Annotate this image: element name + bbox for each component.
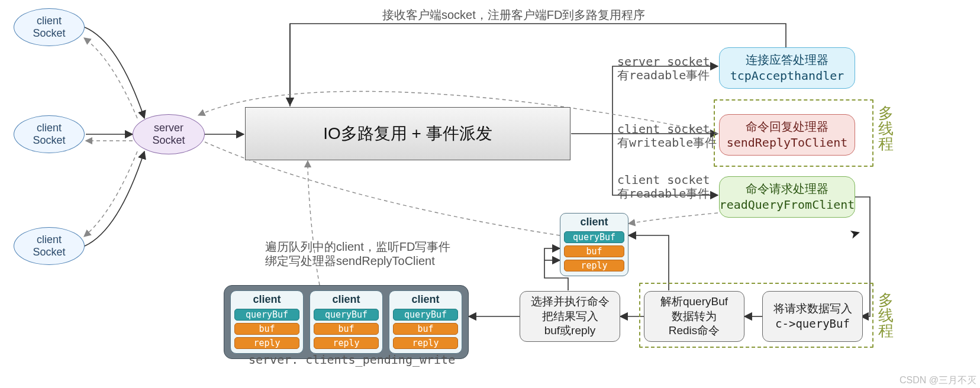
- step-parse-l3: Redis命令: [660, 324, 728, 338]
- tray-caption: server. clients_pending_write: [249, 353, 455, 367]
- step-exec-l1: 选择并执行命令: [531, 295, 610, 309]
- client-socket-1: client Socket: [14, 8, 85, 46]
- tray-client-1: client queryBuf buf reply: [230, 290, 304, 354]
- multithread-label-top: 多线程: [878, 105, 894, 151]
- io-multiplex-label: IO多路复用 + 事件派发: [323, 122, 492, 145]
- server-socket-label: server Socket: [152, 122, 185, 146]
- step-write-request-l2: c->queryBuf: [773, 316, 852, 331]
- step-exec-l2: 把结果写入: [531, 309, 610, 324]
- edge-client-writeable-2: 有writeable事件: [617, 135, 717, 151]
- tcp-accept-handler: 连接应答处理器 tcpAccepthandler: [719, 47, 855, 89]
- edge-client-writeable-1: client socket: [617, 122, 710, 136]
- io-multiplex-box: IO多路复用 + 事件派发: [245, 107, 570, 160]
- client-buf-pill: buf: [564, 245, 624, 257]
- client-card-title: client: [564, 216, 624, 228]
- multithread-label-bottom: 多线程: [878, 292, 894, 338]
- client-socket-1-label: client Socket: [33, 15, 65, 39]
- read-query-handler: 命令请求处理器 readQueryFromClient: [719, 176, 855, 218]
- step-write-request-l1: 将请求数据写入: [773, 302, 852, 316]
- client-querybuf-pill: queryBuf: [564, 231, 624, 243]
- step-parse-l2: 数据转为: [660, 309, 728, 324]
- step-parse-l1: 解析queryBuf: [660, 295, 728, 309]
- multithread-region-top: [714, 99, 873, 167]
- edge-server-readable-1: server socket: [617, 54, 710, 69]
- edge-server-readable-2: 有readable事件: [617, 67, 710, 83]
- client-reply-pill: reply: [564, 260, 624, 271]
- server-socket: server Socket: [133, 114, 205, 154]
- watermark: CSDN @三月不灭: [900, 374, 976, 387]
- pending-write-tray: client queryBuf buf reply client queryBu…: [224, 285, 469, 359]
- tray-client-3: client queryBuf buf reply: [389, 290, 462, 354]
- edge-client-readable-1: client socket: [617, 173, 710, 187]
- tray-client-2: client queryBuf buf reply: [310, 290, 383, 354]
- step-parse: 解析queryBuf 数据转为 Redis命令: [644, 291, 744, 342]
- tcp-accept-line2: tcpAccepthandler: [730, 68, 844, 84]
- cursor-icon: ➤: [848, 225, 862, 242]
- client-socket-3: client Socket: [14, 227, 85, 265]
- read-query-line1: 命令请求处理器: [746, 181, 829, 197]
- edge-client-readable-2: 有readable事件: [617, 186, 710, 202]
- read-query-line2: readQueryFromClient: [720, 197, 855, 213]
- step-write-request: 将请求数据写入 c->queryBuf: [762, 291, 863, 342]
- client-socket-2-label: client Socket: [33, 122, 65, 146]
- step-exec-l3: buf或reply: [531, 324, 610, 338]
- client-socket-2: client Socket: [14, 115, 85, 153]
- loop-note-1: 遍历队列中的client，监听FD写事件: [265, 239, 450, 255]
- client-socket-3-label: client Socket: [33, 234, 65, 258]
- step-exec: 选择并执行命令 把结果写入 buf或reply: [520, 291, 620, 342]
- loop-note-2: 绑定写处理器sendReplyToClient: [265, 253, 435, 269]
- client-card-solo: client queryBuf buf reply: [560, 213, 628, 276]
- top-note: 接收客户端socket，注册客户端FD到多路复用程序: [382, 7, 645, 23]
- tcp-accept-line1: 连接应答处理器: [746, 52, 829, 68]
